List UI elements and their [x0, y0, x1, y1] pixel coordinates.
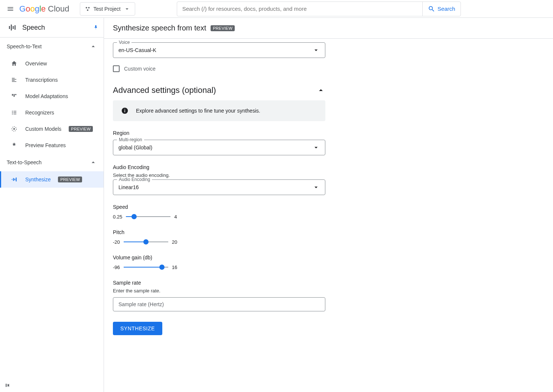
preview-chip: PREVIEW	[58, 176, 82, 182]
volume-heading: Volume gain (db)	[113, 255, 325, 260]
sidebar-item-custom-models[interactable]: Custom Models PREVIEW	[0, 121, 104, 137]
sidebar-item-label: Synthesize	[25, 176, 51, 182]
sidebar-section-tts-label: Text-to-Speech	[7, 159, 90, 165]
sidebar: Speech Speech-to-Text Overview Transcrip…	[0, 18, 104, 392]
region-select[interactable]: Multi-region global (Global)	[113, 140, 325, 155]
sidebar-section-stt[interactable]: Speech-to-Text	[0, 38, 104, 55]
collapse-sidebar-button[interactable]	[4, 382, 12, 389]
sidebar-item-transcriptions[interactable]: Transcriptions	[0, 72, 104, 88]
region-value: global (Global)	[118, 145, 312, 150]
svg-point-1	[88, 7, 90, 8]
synthesize-icon	[11, 176, 17, 183]
speed-max: 4	[174, 214, 177, 220]
pitch-max: 20	[172, 239, 177, 245]
svg-rect-14	[124, 110, 125, 112]
nav-menu-button[interactable]	[6, 4, 15, 13]
chevron-up-icon	[90, 43, 97, 50]
sidebar-item-label: Preview Features	[25, 142, 66, 148]
custom-voice-label: Custom voice	[124, 66, 156, 72]
svg-rect-6	[14, 25, 16, 30]
top-bar: Google Cloud Test Project Search	[0, 0, 553, 18]
advanced-settings-toggle[interactable]: Advanced settings (optional)	[113, 85, 325, 95]
pitch-heading: Pitch	[113, 229, 325, 235]
voice-label: Voice	[117, 40, 131, 45]
speech-product-icon	[7, 23, 16, 32]
transcriptions-icon	[11, 77, 17, 83]
sidebar-item-recognizers[interactable]: Recognizers	[0, 104, 104, 121]
sidebar-item-overview[interactable]: Overview	[0, 55, 104, 72]
speed-slider-row: 0.25 4	[113, 213, 325, 220]
pin-icon[interactable]	[92, 24, 99, 31]
page-header: Synthesize speech from text PREVIEW	[104, 18, 553, 39]
slider-thumb[interactable]	[131, 214, 137, 219]
search-icon	[428, 5, 435, 13]
region-label: Multi-region	[117, 137, 144, 142]
volume-min: -96	[113, 265, 120, 270]
svg-rect-8	[14, 94, 15, 97]
sidebar-item-label: Model Adaptations	[25, 93, 68, 99]
advanced-settings-title: Advanced settings (optional)	[113, 85, 316, 95]
search-input[interactable]	[177, 2, 422, 16]
search-button[interactable]: Search	[422, 2, 461, 16]
pitch-slider[interactable]	[124, 238, 168, 246]
voice-select[interactable]: Voice en-US-Casual-K	[113, 42, 325, 58]
synthesize-button[interactable]: SYNTHESIZE	[113, 322, 162, 335]
page-title: Synthesize speech from text	[113, 24, 206, 32]
preview-chip: PREVIEW	[69, 126, 93, 132]
svg-point-10	[13, 128, 15, 130]
slider-thumb[interactable]	[159, 265, 165, 270]
chevron-left-icon	[4, 382, 12, 389]
sample-rate-sub: Enter the sample rate.	[113, 288, 325, 294]
svg-rect-7	[12, 94, 13, 96]
pitch-min: -20	[113, 239, 120, 245]
custom-models-icon	[11, 126, 17, 132]
sidebar-item-synthesize[interactable]: Synthesize PREVIEW	[0, 171, 104, 188]
sidebar-title: Speech	[22, 24, 87, 32]
speed-min: 0.25	[113, 214, 122, 220]
slider-thumb[interactable]	[143, 239, 149, 244]
sidebar-item-label: Overview	[25, 61, 47, 67]
audio-encoding-select[interactable]: Audio Encoding Linear16	[113, 179, 325, 195]
sidebar-section-stt-label: Speech-to-Text	[7, 43, 90, 49]
region-heading: Region	[113, 130, 325, 136]
audio-encoding-heading: Audio Encoding	[113, 164, 325, 170]
svg-rect-12	[6, 384, 7, 387]
dropdown-icon	[312, 144, 320, 151]
speed-slider[interactable]	[126, 213, 170, 220]
sidebar-item-label: Transcriptions	[25, 77, 58, 83]
preview-chip: PREVIEW	[211, 25, 235, 31]
svg-rect-3	[9, 26, 10, 29]
sample-rate-heading: Sample rate	[113, 280, 325, 286]
custom-voice-checkbox[interactable]	[113, 65, 120, 72]
volume-slider-row: -96 16	[113, 263, 325, 271]
custom-voice-row: Custom voice	[113, 65, 325, 72]
google-cloud-logo[interactable]: Google Cloud	[19, 4, 69, 14]
project-picker-button[interactable]: Test Project	[80, 2, 135, 16]
svg-rect-15	[124, 109, 125, 110]
volume-slider[interactable]	[124, 263, 168, 271]
sidebar-item-model-adaptations[interactable]: Model Adaptations	[0, 88, 104, 104]
svg-rect-5	[13, 26, 14, 29]
voice-value: en-US-Casual-K	[118, 47, 312, 53]
chevron-up-icon	[90, 159, 97, 166]
main-content: Synthesize speech from text PREVIEW Voic…	[104, 18, 553, 392]
advanced-info-text: Explore advanced settings to fine tune y…	[136, 108, 260, 114]
info-icon	[121, 107, 129, 114]
sidebar-item-preview-features[interactable]: Preview Features	[0, 137, 104, 153]
audio-encoding-value: Linear16	[118, 184, 312, 190]
volume-max: 16	[172, 265, 177, 270]
dropdown-icon	[312, 184, 320, 191]
preview-features-icon	[11, 142, 17, 149]
hamburger-icon	[7, 5, 14, 13]
svg-rect-4	[11, 25, 12, 30]
svg-rect-9	[15, 94, 16, 95]
project-name: Test Project	[94, 6, 121, 12]
sample-rate-input[interactable]	[118, 301, 320, 307]
adaptations-icon	[11, 93, 17, 100]
sidebar-section-tts[interactable]: Text-to-Speech	[0, 153, 104, 171]
svg-point-0	[85, 7, 87, 8]
sidebar-item-label: Recognizers	[25, 110, 54, 116]
svg-point-2	[87, 9, 88, 11]
home-icon	[11, 60, 17, 67]
sidebar-header: Speech	[0, 18, 104, 38]
